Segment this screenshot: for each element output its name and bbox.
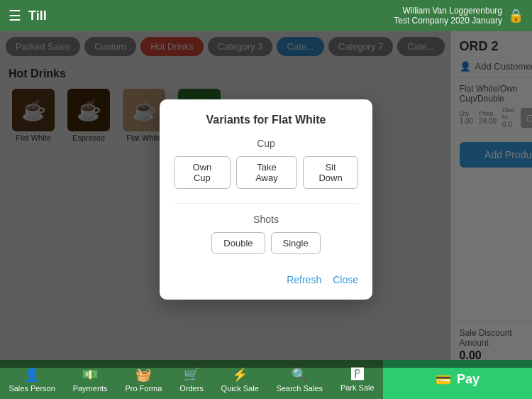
menu-icon[interactable]: ☰	[9, 7, 21, 24]
variants-modal: Variants for Flat White Cup Own Cup Take…	[160, 99, 372, 300]
main-area: Parked Sales Custom Hot Drinks Category …	[0, 31, 532, 368]
pay-icon: 💳	[436, 372, 451, 388]
pro-forma-icon: 🧺	[135, 367, 151, 383]
cup-options: Own Cup Take Away Sit Down	[174, 156, 358, 189]
option-own-cup[interactable]: Own Cup	[174, 156, 231, 189]
orders-icon: 🛒	[184, 367, 199, 383]
option-take-away[interactable]: Take Away	[236, 156, 297, 189]
nav-pro-forma[interactable]: 🧺 Pro Forma	[125, 367, 162, 393]
payments-icon: 💵	[82, 367, 98, 383]
option-sit-down[interactable]: Sit Down	[303, 156, 358, 189]
section-divider	[174, 203, 358, 204]
option-double[interactable]: Double	[211, 232, 265, 254]
nav-label: Park Sale	[340, 383, 375, 392]
modal-overlay: Variants for Flat White Cup Own Cup Take…	[0, 31, 532, 368]
modal-footer: Refresh Close	[174, 266, 358, 285]
sales-person-icon: 👤	[24, 367, 40, 383]
shots-section-label: Shots	[174, 214, 358, 225]
search-sales-icon: 🔍	[292, 367, 307, 383]
user-info: William Van Loggerenburg Test Company 20…	[394, 6, 502, 26]
nav-orders[interactable]: 🛒 Orders	[179, 367, 204, 393]
nav-quick-sale[interactable]: ⚡ Quick Sale	[221, 367, 259, 393]
nav-label: Quick Sale	[221, 384, 259, 393]
refresh-button[interactable]: Refresh	[287, 274, 321, 285]
top-bar: ☰ Till William Van Loggerenburg Test Com…	[0, 0, 532, 31]
nav-search-sales[interactable]: 🔍 Search Sales	[277, 367, 323, 393]
nav-label: Sales Person	[9, 384, 55, 393]
nav-label: Payments	[73, 384, 108, 393]
nav-label: Search Sales	[277, 384, 323, 393]
shots-options: Double Single	[174, 232, 358, 254]
pay-label: Pay	[457, 372, 480, 387]
cup-section-label: Cup	[174, 138, 358, 149]
nav-label: Orders	[179, 384, 204, 393]
user-name: William Van Loggerenburg	[402, 6, 502, 16]
top-bar-left: ☰ Till	[9, 7, 47, 24]
nav-label: Pro Forma	[125, 384, 162, 393]
close-button[interactable]: Close	[333, 274, 358, 285]
quick-sale-icon: ⚡	[232, 367, 248, 383]
app-title: Till	[28, 9, 47, 23]
company-name: Test Company 2020 January	[394, 16, 502, 26]
top-bar-right: William Van Loggerenburg Test Company 20…	[394, 6, 523, 26]
nav-sales-person[interactable]: 👤 Sales Person	[9, 367, 55, 393]
nav-park-sale[interactable]: 🅿 Park Sale	[340, 367, 375, 392]
nav-payments[interactable]: 💵 Payments	[73, 367, 108, 393]
lock-icon[interactable]: 🔒	[508, 8, 523, 23]
park-sale-icon: 🅿	[351, 367, 364, 382]
option-single[interactable]: Single	[271, 232, 321, 254]
modal-title: Variants for Flat White	[174, 114, 358, 126]
